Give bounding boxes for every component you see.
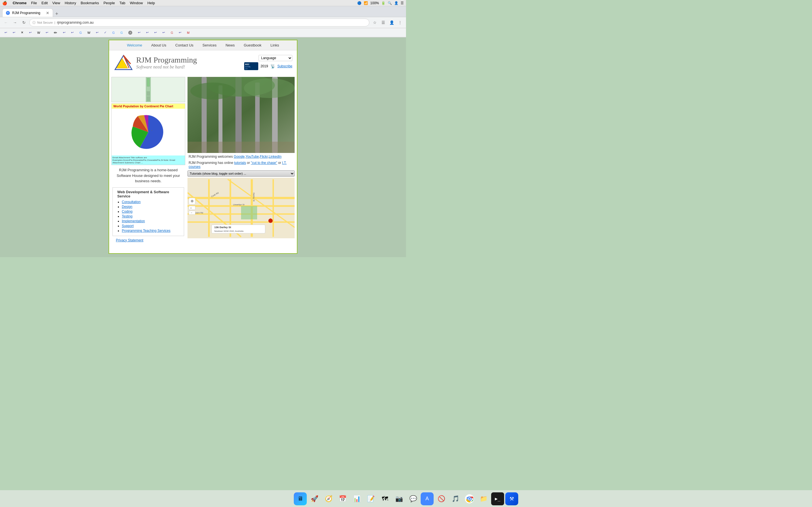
courses-text: RJM Programming has online (189, 161, 233, 165)
bookmark-item-w2[interactable]: W (85, 29, 93, 36)
bookmark-item[interactable]: G (118, 29, 125, 36)
privacy-link[interactable]: Privacy Statement (116, 238, 143, 242)
bookmark-item[interactable]: ↩ (43, 29, 50, 36)
bookmark-item[interactable]: ✏ (52, 29, 59, 36)
menu-bookmarks[interactable]: Bookmarks (81, 1, 99, 5)
service-teaching-link[interactable]: Programming Teaching Services (122, 229, 170, 233)
linkedin-link[interactable]: LinkedIn (269, 155, 282, 159)
bookmark-item[interactable]: ↩ (152, 29, 159, 36)
bookmark-item[interactable]: ↩ (94, 29, 101, 36)
more-button[interactable]: ⋮ (396, 19, 404, 26)
service-consultation-link[interactable]: Consultation (122, 200, 141, 204)
thumb-cell-3 (149, 91, 150, 96)
bookmark-item[interactable]: A (126, 29, 135, 36)
bookmark-item[interactable]: G (168, 29, 175, 36)
bookmark-item[interactable]: G (77, 29, 84, 36)
svg-text:⊕: ⊕ (191, 199, 194, 203)
menu-file[interactable]: File (31, 1, 37, 5)
menu-view[interactable]: View (52, 1, 60, 5)
bookmark-item[interactable]: ↩ (136, 29, 143, 36)
menu-window[interactable]: Window (130, 1, 143, 5)
map-svg: Cook Rd Llewellyn St Edgeware Rd Darley … (188, 178, 295, 238)
site-title: RJM Programming (136, 55, 197, 64)
bookmark-item[interactable]: ↩ (27, 29, 34, 36)
cut-chase-link[interactable]: "cut to the chase" (251, 161, 277, 165)
back-button[interactable]: ← (2, 19, 10, 26)
search-icon[interactable]: 🔍 (388, 1, 392, 5)
left-column: World Population by Continent Pie Chart (110, 76, 186, 244)
map-area[interactable]: Cook Rd Llewellyn St Edgeware Rd Darley … (188, 178, 295, 238)
menu-chrome[interactable]: Chrome (13, 1, 27, 5)
tutorials-link[interactable]: tutorials (234, 161, 246, 165)
svg-text:+: + (151, 129, 153, 132)
tutorials-dropdown[interactable]: Tutorials (show blog, toggle sort order)… (188, 170, 295, 177)
reading-list-button[interactable]: ☰ (379, 19, 387, 26)
header-right: Language W3C XHTML 1.0 2019 📡 Subscribe (244, 55, 292, 70)
service-design-link[interactable]: Design (122, 205, 132, 209)
page-area: Welcome About Us Contact Us Services New… (0, 38, 406, 257)
bookmark-item-w[interactable]: W (35, 29, 42, 36)
bookmark-item[interactable]: ↩ (144, 29, 151, 36)
bookmark-item[interactable]: ↩ (176, 29, 184, 36)
screenshot-thumbnail[interactable] (111, 77, 185, 102)
bookmark-item[interactable]: G (110, 29, 117, 36)
service-testing-link[interactable]: Testing (122, 214, 133, 218)
reload-button[interactable]: ↻ (20, 19, 28, 26)
nav-about[interactable]: About Us (147, 42, 170, 48)
flickr-link[interactable]: Flickr (260, 155, 268, 159)
google-link[interactable]: Google (234, 155, 245, 159)
close-tab-button[interactable]: ✕ (46, 11, 49, 15)
bookmark-item[interactable]: ↩ (10, 29, 17, 36)
language-select[interactable]: Language (259, 55, 292, 61)
nav-guestbook[interactable]: Guestbook (239, 42, 266, 48)
menu-help[interactable]: Help (147, 1, 155, 5)
menu-history[interactable]: History (64, 1, 76, 5)
nav-news[interactable]: News (221, 42, 239, 48)
bookmark-gmail[interactable]: M (185, 29, 192, 36)
wifi-icon: 📶 (364, 1, 368, 5)
thumb-cell-1 (147, 91, 147, 96)
pie-chart-area: + (112, 109, 185, 156)
list-item: Consultation (122, 200, 179, 204)
logo-text: RJM Programming Software need not be har… (136, 55, 197, 69)
new-tab-button[interactable]: + (55, 11, 58, 17)
bookmark-star-button[interactable]: ☆ (371, 19, 378, 26)
rss-icon: 📡 (270, 64, 275, 68)
list-item: Testing (122, 214, 179, 218)
forward-button[interactable]: → (11, 19, 18, 26)
nav-contact[interactable]: Contact Us (171, 42, 198, 48)
youtube-link[interactable]: YouTube (246, 155, 259, 159)
svg-text:XHTML: XHTML (245, 66, 251, 68)
subscribe-link[interactable]: Subscribe (277, 64, 292, 68)
service-coding-link[interactable]: Coding (122, 210, 133, 214)
pie-chart-svg: + (124, 111, 172, 153)
svg-rect-43 (189, 206, 195, 210)
controls-icon[interactable]: ☰ (401, 1, 404, 5)
apple-icon[interactable]: 🍎 (2, 1, 7, 5)
or-text-2: or (278, 161, 282, 165)
bookmark-item[interactable]: ↩ (69, 29, 76, 36)
nav-services[interactable]: Services (198, 42, 221, 48)
service-implementation-link[interactable]: Implementation (122, 219, 145, 223)
menu-edit[interactable]: Edit (42, 1, 48, 5)
thumb-cell-4 (147, 96, 147, 101)
bookmark-item[interactable]: ↩ (61, 29, 68, 36)
nav-welcome[interactable]: Welcome (122, 42, 147, 48)
bookmark-item[interactable]: ↩ (160, 29, 167, 36)
address-bar[interactable]: ⓘ Not Secure | rjmprogramming.com.au (29, 18, 369, 26)
bookmark-item[interactable]: ✕ (18, 29, 26, 36)
svg-text:Newtown NSW 2042, Australia: Newtown NSW 2042, Australia (214, 230, 244, 232)
profile-button[interactable]: 👤 (388, 19, 395, 26)
svg-text:Llewellyn St: Llewellyn St (233, 203, 245, 206)
bookmark-item[interactable]: ↩ (2, 29, 9, 36)
service-support-link[interactable]: Support (122, 224, 134, 228)
menu-people[interactable]: People (103, 1, 115, 5)
nav-links[interactable]: Links (266, 42, 283, 48)
browser-action-buttons: ☆ ☰ 👤 ⋮ (371, 19, 404, 26)
pie-chart-widget[interactable]: World Population by Continent Pie Chart (111, 103, 185, 165)
w3c-badge: W3C XHTML 1.0 2019 📡 Subscribe (244, 62, 292, 70)
browser-tab[interactable]: R RJM Programming ✕ (2, 8, 53, 17)
avatar-icon[interactable]: 👤 (394, 1, 398, 5)
menu-tab[interactable]: Tab (119, 1, 125, 5)
bookmark-item[interactable]: ✓ (102, 29, 109, 36)
